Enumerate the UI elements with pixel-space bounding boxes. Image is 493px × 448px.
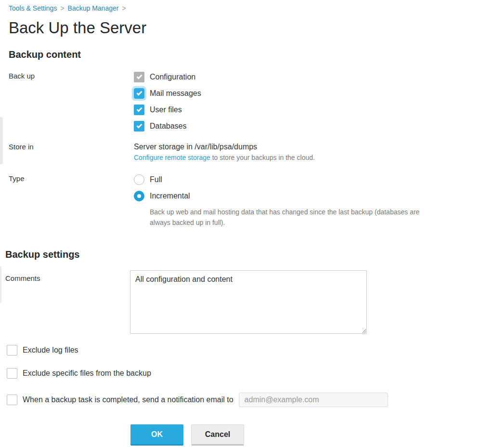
check-icon — [136, 90, 142, 96]
ok-button[interactable]: OK — [130, 424, 183, 446]
checkbox-row-configuration: Configuration — [134, 72, 493, 82]
section-heading-backup-settings: Backup settings — [5, 249, 493, 260]
checkbox-row-notification-email: When a backup task is completed, send a … — [0, 393, 493, 407]
configuration-checkbox-label[interactable]: Configuration — [150, 73, 195, 81]
notification-email-input[interactable] — [239, 393, 388, 407]
notification-email-label[interactable]: When a backup task is completed, send a … — [23, 395, 234, 404]
full-radio-label[interactable]: Full — [150, 175, 162, 184]
breadcrumb: Tools & Settings>Backup Manager> — [0, 0, 493, 12]
check-icon — [136, 123, 142, 129]
breadcrumb-tools-settings[interactable]: Tools & Settings — [9, 4, 57, 12]
check-icon — [136, 74, 142, 79]
databases-checkbox-label[interactable]: Databases — [150, 122, 187, 131]
incremental-radio[interactable] — [134, 191, 144, 201]
mail-messages-checkbox-label[interactable]: Mail messages — [150, 89, 201, 98]
databases-checkbox[interactable] — [134, 121, 144, 132]
breadcrumb-separator: > — [122, 4, 126, 12]
storage-note: Configure remote storage to store your b… — [134, 154, 493, 161]
checkbox-row-mail-messages: Mail messages — [134, 88, 493, 99]
incremental-description: Back up web and mail hosting data that h… — [150, 207, 441, 228]
radio-row-incremental: Incremental — [134, 191, 493, 201]
configure-remote-storage-link[interactable]: Configure remote storage — [134, 154, 210, 161]
comments-label: Comments — [0, 270, 130, 282]
left-edge-bar-bottom — [0, 266, 1, 303]
back-up-label: Back up — [0, 72, 134, 80]
checkbox-row-exclude-log-files: Exclude log files — [0, 345, 493, 356]
user-files-checkbox-label[interactable]: User files — [150, 105, 182, 114]
checkbox-row-exclude-specific-files: Exclude specific files from the backup — [0, 368, 493, 379]
radio-dot — [137, 194, 141, 198]
comments-textarea[interactable]: All configuration and content — [130, 270, 367, 334]
type-label: Type — [0, 174, 134, 183]
form-row-type: Type Full Incremental Back up web and ma… — [0, 174, 493, 228]
form-row-back-up: Back up Configuration Mail messages User… — [0, 72, 493, 132]
storage-location-text: Server storage in /var/lib/psa/dumps — [134, 143, 493, 151]
breadcrumb-separator: > — [60, 4, 64, 12]
exclude-log-files-checkbox[interactable] — [7, 345, 17, 356]
left-edge-bar-top — [0, 117, 3, 164]
breadcrumb-backup-manager[interactable]: Backup Manager — [68, 4, 119, 12]
full-radio[interactable] — [134, 174, 144, 185]
check-icon — [136, 106, 142, 112]
button-bar: OK Cancel — [130, 424, 493, 446]
incremental-radio-label[interactable]: Incremental — [150, 192, 190, 200]
mail-messages-checkbox[interactable] — [134, 88, 144, 99]
exclude-log-files-label[interactable]: Exclude log files — [23, 346, 78, 355]
user-files-checkbox[interactable] — [134, 105, 144, 115]
radio-row-full: Full — [134, 174, 493, 185]
cancel-button[interactable]: Cancel — [191, 424, 244, 446]
store-in-label: Store in — [0, 143, 134, 151]
exclude-specific-files-checkbox[interactable] — [7, 368, 17, 379]
form-row-store-in: Store in Server storage in /var/lib/psa/… — [0, 143, 493, 161]
configuration-checkbox[interactable] — [134, 72, 144, 82]
notification-email-checkbox[interactable] — [7, 395, 17, 405]
form-row-comments: Comments All configuration and content — [0, 270, 493, 336]
checkbox-row-databases: Databases — [134, 121, 493, 132]
exclude-specific-files-label[interactable]: Exclude specific files from the backup — [23, 369, 151, 378]
section-heading-backup-content: Backup content — [9, 49, 493, 60]
checkbox-row-user-files: User files — [134, 105, 493, 115]
page-title: Back Up the Server — [9, 19, 493, 37]
storage-note-suffix: to store your backups in the cloud. — [210, 154, 315, 161]
